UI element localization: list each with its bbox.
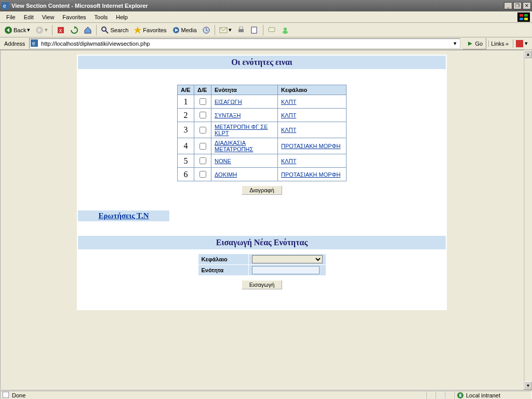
row-checkbox[interactable] [200, 171, 206, 178]
refresh-icon [70, 26, 78, 34]
go-icon [466, 39, 474, 48]
delete-button[interactable]: Διαγραφή [242, 185, 282, 195]
back-label: Back [14, 27, 26, 33]
chevron-down-icon: ▾ [27, 26, 30, 33]
chevron-down-icon: ▾ [45, 26, 48, 33]
search-button[interactable]: Search [99, 25, 130, 35]
col-aa: Α/Ε [178, 85, 194, 95]
toolbar: Back ▾ ▾ x Search Favorites Media ▾ [0, 23, 532, 37]
favorites-button[interactable]: Favorites [131, 25, 168, 35]
insert-button[interactable]: Εισαγωγή [242, 280, 283, 289]
section-link[interactable]: ΜΕΤΑΤΡΟΠΗ ΦΓ ΣΕ KLPT [215, 124, 268, 136]
svg-rect-26 [459, 394, 461, 397]
print-button[interactable] [235, 25, 247, 35]
sections-table: Α/Ε Δ/Ε Ενότητα Κεφάλαιο 1 ΕΙΣΑΓΩΓΗ ΚΛΠΤ… [177, 85, 347, 181]
forward-button: ▾ [33, 25, 50, 35]
section-link[interactable]: ΔΙΑΔΙΚΑΣΙΑ ΜΕΤΑΤΡΟΠΗΣ [215, 140, 253, 152]
links-label: Links [491, 41, 504, 47]
row-number: 5 [178, 154, 194, 168]
menu-tools[interactable]: Tools [90, 13, 112, 21]
new-section-heading: Εισαγωγή Νέας Ενότητας [78, 236, 446, 249]
print-icon [237, 26, 245, 34]
row-checkbox[interactable] [200, 127, 206, 134]
history-button[interactable] [200, 25, 212, 35]
chapter-link[interactable]: ΠΡΟΤΑΣΙΑΚΗ ΜΟΡΦΗ [281, 171, 340, 178]
menu-file[interactable]: File [2, 13, 20, 21]
url-dropdown-icon[interactable]: ▾ [451, 40, 459, 47]
section-input[interactable] [252, 266, 320, 274]
mail-button[interactable]: ▾ [217, 25, 234, 35]
stop-button[interactable]: x [55, 25, 67, 35]
chapter-link[interactable]: ΚΛΠΤ [281, 112, 296, 118]
viewport: Οι ενότητες ειναι Α/Ε Δ/Ε Ενότητα Κεφάλα… [0, 50, 532, 390]
svg-rect-17 [251, 27, 257, 33]
star-icon [134, 26, 142, 34]
status-text: Done [12, 392, 25, 398]
section-link[interactable]: ΕΙΣΑΓΩΓΗ [215, 99, 242, 105]
favorites-label: Favorites [143, 27, 166, 33]
row-number: 4 [178, 138, 194, 154]
svg-rect-4 [520, 18, 523, 20]
section-link[interactable]: ΔΟΚΙΜΗ [215, 171, 237, 178]
row-checkbox[interactable] [200, 157, 206, 164]
chapter-link[interactable]: ΚΛΠΤ [281, 99, 296, 105]
section-link[interactable]: NONE [215, 158, 231, 164]
svg-rect-5 [524, 18, 528, 20]
pdf-icon [515, 39, 524, 48]
home-icon [84, 26, 92, 34]
chapter-link[interactable]: ΚΛΠΤ [281, 158, 296, 164]
svg-rect-15 [238, 29, 244, 32]
refresh-button[interactable] [68, 25, 81, 35]
scroll-track[interactable] [524, 58, 532, 381]
status-cell [435, 391, 445, 400]
chapter-link[interactable]: ΠΡΟΤΑΣΙΑΚΗ ΜΟΡΦΗ [281, 143, 340, 149]
svg-rect-16 [240, 27, 243, 29]
url-input[interactable] [40, 40, 451, 47]
row-number: 6 [178, 168, 194, 181]
media-button[interactable]: Media [170, 25, 199, 35]
questions-link[interactable]: Ερωτήσεις Τ.Ν [99, 211, 149, 220]
back-button[interactable]: Back ▾ [2, 25, 32, 35]
vertical-scrollbar[interactable]: ▲ ▼ [524, 50, 532, 390]
stop-icon: x [57, 26, 65, 34]
minimize-button[interactable]: _ [504, 2, 512, 9]
scroll-down-icon[interactable]: ▼ [524, 381, 532, 390]
edit-button[interactable] [248, 25, 261, 35]
menu-help[interactable]: Help [112, 13, 132, 21]
scroll-up-icon[interactable]: ▲ [524, 50, 532, 58]
chapter-link[interactable]: ΚΛΠΤ [281, 127, 296, 133]
row-checkbox[interactable] [200, 98, 206, 105]
restore-button[interactable]: ❐ [513, 2, 522, 9]
section-link[interactable]: ΣΥΝΤΑΞΗ [215, 112, 241, 118]
table-row: 1 ΕΙΣΑΓΩΓΗ ΚΛΠΤ [178, 95, 347, 109]
discuss-button[interactable] [265, 25, 278, 35]
back-icon [4, 26, 12, 34]
row-checkbox[interactable] [200, 143, 206, 150]
table-row: 5 NONE ΚΛΠΤ [178, 154, 347, 168]
row-checkbox[interactable] [200, 112, 206, 118]
go-button[interactable]: Go [462, 38, 487, 49]
home-button[interactable] [82, 25, 94, 35]
table-row: 6 ΔΟΚΙΜΗ ΠΡΟΤΑΣΙΑΚΗ ΜΟΡΦΗ [178, 168, 347, 181]
url-field[interactable]: e ▾ [29, 38, 460, 49]
addressbar: Address e ▾ Go Links » ▾ [0, 37, 532, 50]
chapter-select[interactable] [252, 255, 323, 263]
new-section-form: Κεφάλαιο Ενότητα [198, 254, 326, 276]
go-label: Go [475, 41, 483, 47]
svg-rect-23 [516, 40, 523, 47]
svg-rect-2 [520, 14, 523, 17]
search-label: Search [110, 27, 128, 33]
table-row: 3 ΜΕΤΑΤΡΟΠΗ ΦΓ ΣΕ KLPT ΚΛΠΤ [178, 122, 347, 138]
menu-view[interactable]: View [38, 13, 59, 21]
messenger-button[interactable] [279, 25, 291, 35]
forward-icon [35, 26, 44, 34]
links-bar[interactable]: Links » [488, 41, 511, 47]
extra-toolbar-button[interactable]: ▾ [513, 39, 530, 48]
table-row: 4 ΔΙΑΔΙΚΑΣΙΑ ΜΕΤΑΤΡΟΠΗΣ ΠΡΟΤΑΣΙΑΚΗ ΜΟΡΦΗ [178, 138, 347, 154]
menu-favorites[interactable]: Favorites [58, 13, 90, 21]
menu-edit[interactable]: Edit [20, 13, 38, 21]
security-zone: Local intranet [454, 391, 532, 400]
close-button[interactable]: ✕ [523, 2, 531, 9]
col-kefalaio: Κεφάλαιο [278, 85, 347, 95]
zone-text: Local intranet [466, 392, 500, 398]
